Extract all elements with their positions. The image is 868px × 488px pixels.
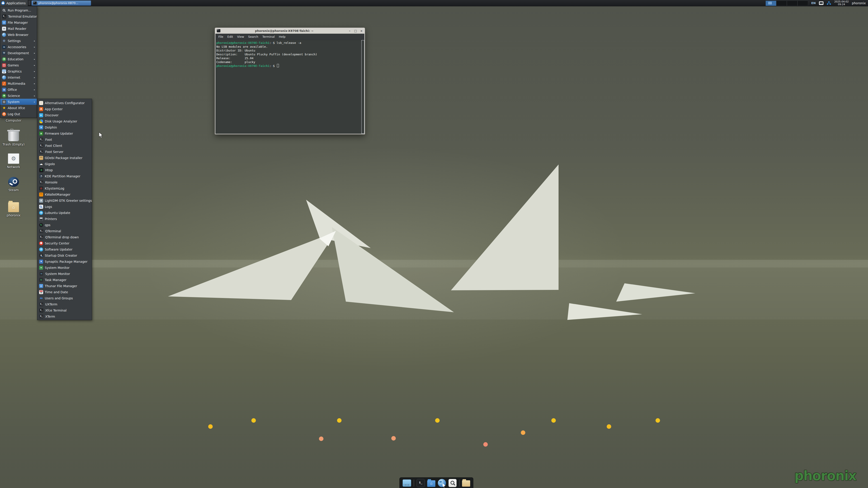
web-browser-launcher[interactable]: [438, 479, 446, 487]
terminal-scrollbar[interactable]: [361, 40, 364, 134]
applications-menu: Run Program... Terminal Emulator File Ma…: [0, 6, 37, 118]
submenu-item-thunar-file-manager[interactable]: Thunar File Manager: [37, 283, 92, 289]
app-finder-launcher[interactable]: [448, 479, 457, 487]
terminal-menu-item[interactable]: View: [235, 35, 246, 38]
file-manager-launcher[interactable]: [427, 479, 435, 487]
submenu-item-kwalletmanager[interactable]: KWalletManager: [37, 191, 92, 197]
submenu-item-alternatives-configurator[interactable]: Alternatives Configurator: [37, 100, 92, 106]
submenu-item-startup-disk-creator[interactable]: Startup Disk Creator: [37, 252, 92, 258]
menu-item-log-out[interactable]: Log Out: [0, 111, 37, 117]
submenu-item-firmware-updater[interactable]: Firmware Updater: [37, 130, 92, 136]
submenu-item-label: KSystemLog: [45, 187, 64, 190]
terminal-menu-item[interactable]: Help: [277, 35, 287, 38]
menu-item-internet[interactable]: Internet ▸: [0, 74, 37, 80]
menu-item-system[interactable]: System ▸: [0, 99, 37, 105]
workspace-cell[interactable]: [798, 1, 808, 6]
steam-icon: [8, 177, 19, 187]
submenu-item-dolphin[interactable]: Dolphin: [37, 124, 92, 130]
panel-grip[interactable]: [29, 1, 30, 5]
submenu-item-task-manager[interactable]: Task Manager: [37, 277, 92, 283]
submenu-item-synaptic-package-manager[interactable]: Synaptic Package Manager: [37, 258, 92, 265]
submenu-item-qterminal-drop-down[interactable]: QTerminal drop down: [37, 234, 92, 240]
submenu-item-foot-client[interactable]: Foot Client: [37, 142, 92, 149]
maximize-button[interactable]: □: [354, 29, 357, 33]
desktop-icon-label: phoronix: [6, 214, 20, 217]
submenu-arrow-icon: ▸: [34, 89, 35, 91]
desktop-icon-trash[interactable]: Trash (Empty): [2, 130, 25, 146]
menu-item-terminal-emulator[interactable]: Terminal Emulator: [0, 13, 37, 20]
show-desktop-button[interactable]: [403, 480, 411, 487]
menu-item-about-xfce[interactable]: About Xfce: [0, 105, 37, 111]
submenu-item-lightdm-gtk-greeter-settings[interactable]: LightDM GTK Greeter settings: [37, 197, 92, 203]
submenu-item-app-center[interactable]: App Center: [37, 106, 92, 112]
menu-item-settings[interactable]: Settings ▸: [0, 38, 37, 44]
menu-item-mail-reader[interactable]: Mail Reader: [0, 26, 37, 32]
submenu-item-disk-usage-analyzer[interactable]: Disk Usage Analyzer: [37, 118, 92, 124]
submenu-item-gdebi-package-installer[interactable]: GDebi Package Installer: [37, 155, 92, 161]
submenu-item-qterminal[interactable]: QTerminal: [37, 228, 92, 234]
submenu-item-system-monitor-ksysguard[interactable]: System Monitor: [37, 271, 92, 277]
submenu-item-gigolo[interactable]: Gigolo: [37, 161, 92, 167]
submenu-item-software-updater[interactable]: Software Updater: [37, 246, 92, 252]
submenu-item-konsole[interactable]: Konsole: [37, 179, 92, 185]
terminal-menu-item[interactable]: Edit: [225, 35, 235, 38]
submenu-item-printers[interactable]: Printers: [37, 216, 92, 222]
clock[interactable]: 2025-04-02 09:24: [834, 0, 849, 6]
submenu-item-uxterm[interactable]: UXTerm: [37, 301, 92, 307]
submenu-item-system-monitor-gnome[interactable]: System Monitor: [37, 265, 92, 271]
submenu-item-logs[interactable]: Logs: [37, 203, 92, 210]
scrollbar-thumb[interactable]: [362, 40, 364, 133]
submenu-item-time-and-date[interactable]: Time and Date: [37, 289, 92, 295]
menu-item-accessories[interactable]: Accessories ▸: [0, 44, 37, 50]
submenu-item-htop[interactable]: Htop: [37, 167, 92, 173]
submenu-item-qps[interactable]: qps: [37, 222, 92, 228]
phoronix-watermark: phoronix: [794, 468, 856, 484]
menu-item-web-browser[interactable]: Web Browser: [0, 32, 37, 38]
network-tray-icon[interactable]: [827, 1, 831, 5]
terminal-menu-item[interactable]: File: [216, 35, 225, 38]
keyboard-layout-indicator[interactable]: EN: [811, 1, 816, 5]
workspace-cell[interactable]: [787, 1, 798, 6]
terminal-output-line: Distributor ID: Ubuntu: [216, 48, 361, 53]
submenu-item-xterm[interactable]: XTerm: [37, 313, 92, 320]
desktop-icon-steam[interactable]: Steam: [2, 177, 25, 192]
minimize-button[interactable]: –: [348, 29, 351, 33]
close-button[interactable]: ×: [360, 29, 363, 33]
terminal-titlebar[interactable]: phoronix@phoronix-X870E-Taichi: ~ – □ ×: [215, 28, 365, 34]
submenu-item-users-and-groups[interactable]: Users and Groups: [37, 295, 92, 301]
submenu-item-lubuntu-update[interactable]: Lubuntu Update: [37, 210, 92, 216]
submenu-item-kde-partition-manager[interactable]: KDE Partition Manager: [37, 173, 92, 179]
menu-item-education[interactable]: Education ▸: [0, 56, 37, 62]
desktop-icon-network[interactable]: Network: [2, 153, 25, 169]
submenu-item-xfce-terminal[interactable]: Xfce Terminal: [37, 307, 92, 313]
menu-item-multimedia[interactable]: Multimedia ▸: [0, 80, 37, 87]
submenu-item-security-center[interactable]: Security Center: [37, 240, 92, 246]
menu-item-science[interactable]: Science ▸: [0, 93, 37, 99]
terminal-menu-item[interactable]: Search: [246, 35, 260, 38]
menu-item-file-manager[interactable]: File Manager: [0, 20, 37, 26]
submenu-item-foot-server[interactable]: Foot Server: [37, 149, 92, 155]
applications-menu-button[interactable]: Applications: [0, 0, 28, 6]
terminal-launcher[interactable]: [416, 479, 425, 487]
games-icon: [2, 63, 6, 67]
submenu-item-discover[interactable]: Discover: [37, 112, 92, 118]
foot-icon: [39, 302, 43, 306]
display-settings-icon[interactable]: [819, 1, 824, 5]
terminal-menu-item[interactable]: Terminal: [260, 35, 277, 38]
taskbar-window-button[interactable]: phoronix@phoronix-X870...: [31, 0, 91, 6]
filemanager-icon: [2, 21, 6, 25]
menu-item-office[interactable]: Office ▸: [0, 87, 37, 93]
submenu-item-foot[interactable]: Foot: [37, 136, 92, 142]
menu-item-run-program[interactable]: Run Program...: [0, 7, 37, 13]
workspace-cell[interactable]: [766, 1, 776, 6]
terminal-content[interactable]: phoronix@phoronix-X870E-Taichi:~$ lsb_re…: [215, 40, 364, 134]
submenu-item-label: Disk Usage Analyzer: [45, 120, 77, 123]
system-submenu: Alternatives Configurator App Center Dis…: [37, 99, 92, 320]
menu-item-graphics[interactable]: Graphics ▸: [0, 68, 37, 74]
menu-item-games[interactable]: Games ▸: [0, 62, 37, 68]
workspace-cell[interactable]: [776, 1, 787, 6]
menu-item-development[interactable]: Development ▸: [0, 50, 37, 56]
desktop-icon-phoronix[interactable]: phoronix: [2, 200, 25, 217]
folder-launcher[interactable]: [462, 479, 470, 487]
submenu-item-ksystemlog[interactable]: KSystemLog: [37, 185, 92, 191]
